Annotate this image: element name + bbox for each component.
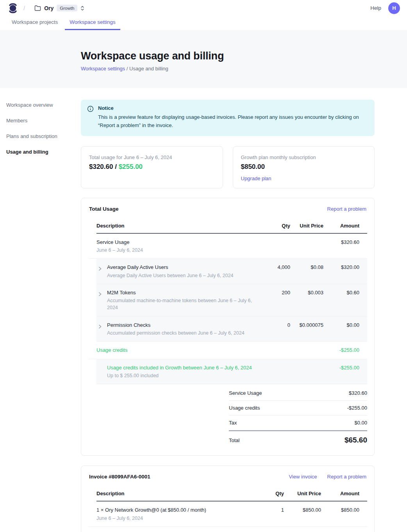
table-row: 1 × Ory Network Growth@0 (at $850.00 / m… bbox=[88, 502, 367, 527]
row-amount: $0.60 bbox=[323, 289, 359, 297]
usage-invoice-card: Total Usage Report a problem Description… bbox=[81, 198, 375, 456]
row-amount: $320.60 bbox=[323, 238, 359, 246]
usage-card-title: Total Usage bbox=[89, 206, 119, 212]
table-row: Usage credits -$255.00 bbox=[88, 342, 367, 359]
row-qty: 200 bbox=[259, 289, 290, 297]
breadcrumb-settings-link[interactable]: Workspace settings bbox=[81, 66, 125, 72]
row-amount: $850.00 bbox=[321, 506, 359, 514]
row-amount: -$255.00 bbox=[323, 364, 359, 372]
tab-workspace-projects[interactable]: Workspace projects bbox=[7, 16, 62, 30]
workspace-tabbar: Workspace projects Workspace settings bbox=[0, 16, 407, 30]
row-title: Permission Checks bbox=[107, 321, 245, 329]
row-unit-price: $0.000075 bbox=[290, 321, 323, 329]
topbar: / Ory Growth Help H bbox=[0, 0, 407, 16]
row-title: Average Daily Active Users bbox=[107, 263, 234, 271]
sidebar-item-workspace-overview[interactable]: Workspace overview bbox=[6, 102, 81, 108]
row-description: Usage credits bbox=[96, 346, 259, 354]
expand-chevron-icon[interactable] bbox=[96, 267, 104, 279]
row-description: Average Daily Active Users Average Daily… bbox=[96, 263, 259, 279]
main-column: Notice This is a preview feature for dis… bbox=[81, 88, 375, 532]
notice-content: Notice This is a preview feature for dis… bbox=[98, 105, 365, 130]
row-description: Usage credits included in Growth between… bbox=[96, 364, 259, 380]
total-usage-card: Total usage for June 6 – July 6, 2024 $3… bbox=[81, 146, 223, 188]
workspace-plan-badge: Growth bbox=[57, 5, 77, 11]
sidebar-item-usage-billing[interactable]: Usage and billing bbox=[6, 149, 81, 155]
view-invoice-link[interactable]: View invoice bbox=[289, 474, 317, 480]
expand-chevron-icon[interactable] bbox=[96, 292, 104, 312]
row-unit-price: $0.08 bbox=[290, 263, 323, 271]
page-title: Workspace usage and billing bbox=[81, 50, 407, 62]
row-title: M2M Tokens bbox=[107, 289, 259, 297]
row-qty: 1 bbox=[249, 506, 284, 514]
notice-body: This is a preview feature for displaying… bbox=[98, 113, 365, 130]
help-link[interactable]: Help bbox=[370, 5, 381, 11]
notice-banner: Notice This is a preview feature for dis… bbox=[81, 100, 375, 136]
invoice-card-header: Invoice #8099AFA6-0001 View invoice Repo… bbox=[81, 474, 374, 480]
expand-chevron-icon[interactable] bbox=[96, 324, 104, 337]
table-row: Average Daily Active Users Average Daily… bbox=[96, 259, 367, 284]
hero-banner: Workspace usage and billing Workspace se… bbox=[0, 30, 407, 88]
total-label: Total bbox=[229, 437, 239, 443]
summary-cards: Total usage for June 6 – July 6, 2024 $3… bbox=[81, 146, 375, 188]
plan-label: Growth plan monthly subscription bbox=[241, 154, 367, 160]
info-icon bbox=[87, 106, 94, 130]
summary-row: Usage credits -$255.00 bbox=[229, 401, 367, 416]
avatar[interactable]: H bbox=[388, 2, 400, 14]
row-amount: -$255.00 bbox=[323, 346, 359, 354]
table-row: Permission Checks Accumulated permission… bbox=[96, 317, 367, 342]
upgrade-plan-link[interactable]: Upgrade plan bbox=[241, 176, 271, 181]
row-description: Permission Checks Accumulated permission… bbox=[96, 321, 259, 337]
col-amount: Amount bbox=[321, 491, 359, 496]
usage-credit-value: $255.00 bbox=[119, 163, 143, 170]
invoice-links: View invoice Report a problem bbox=[289, 474, 366, 480]
folder-icon bbox=[34, 5, 41, 11]
ory-logo-icon[interactable] bbox=[8, 2, 18, 14]
summary-row: 1 × Ory Network Growth@0 (at $850.00 / m… bbox=[229, 528, 367, 532]
col-unit-price: Unit Price bbox=[290, 223, 323, 229]
col-qty: Qty bbox=[259, 223, 290, 229]
row-description: 1 × Ory Network Growth@0 (at $850.00 / m… bbox=[96, 506, 249, 522]
invoice-title: Invoice #8099AFA6-0001 bbox=[89, 474, 150, 480]
table-row: Usage credits included in Growth between… bbox=[96, 359, 367, 385]
summary-row: Service Usage $320.60 bbox=[229, 386, 367, 401]
total-usage-amount: $320.60 / $255.00 bbox=[89, 163, 215, 171]
usage-amount-value: $320.60 bbox=[89, 163, 113, 170]
col-unit-price: Unit Price bbox=[284, 491, 321, 496]
page: / Ory Growth Help H bbox=[0, 0, 407, 532]
chevron-spacer bbox=[96, 367, 104, 380]
usage-report-problem-link[interactable]: Report a problem bbox=[327, 206, 366, 212]
content-body: Workspace overview Members Plans and sub… bbox=[0, 88, 407, 532]
summary-label: Usage credits bbox=[229, 405, 260, 411]
summary-row: Tax $0.00 bbox=[229, 416, 367, 430]
notice-title: Notice bbox=[98, 105, 365, 111]
summary-label: Tax bbox=[229, 420, 237, 426]
usage-table: Description Qty Unit Price Amount Servic… bbox=[96, 219, 367, 385]
selector-icon bbox=[80, 5, 84, 11]
tab-workspace-settings[interactable]: Workspace settings bbox=[65, 16, 120, 30]
col-amount: Amount bbox=[323, 223, 359, 229]
plan-subscription-card: Growth plan monthly subscription $850.00… bbox=[233, 146, 375, 188]
row-subtitle: June 6 – July 6, 2024 bbox=[96, 515, 206, 522]
row-title: Usage credits included in Growth between… bbox=[107, 364, 252, 372]
invoice-report-problem-link[interactable]: Report a problem bbox=[327, 474, 366, 480]
usage-amount-separator: / bbox=[113, 163, 118, 170]
sidebar-item-plans-subscription[interactable]: Plans and subscription bbox=[6, 133, 81, 139]
row-subtitle: Up to $ 255.00 included bbox=[107, 372, 252, 379]
row-unit-price: $850.00 bbox=[284, 506, 321, 514]
summary-value: -$255.00 bbox=[347, 405, 367, 411]
topbar-left: / Ory Growth bbox=[8, 2, 84, 14]
total-usage-label: Total usage for June 6 – July 6, 2024 bbox=[89, 154, 215, 160]
sidebar-item-members[interactable]: Members bbox=[6, 118, 81, 124]
table-row: Service Usage June 6 – July 6, 2024 $320… bbox=[88, 234, 367, 259]
settings-sidebar: Workspace overview Members Plans and sub… bbox=[0, 88, 81, 532]
row-description: M2M Tokens Accumulated machine-to-machin… bbox=[96, 289, 259, 312]
invoice-table: Description Qty Unit Price Amount 1 × Or… bbox=[96, 487, 367, 527]
breadcrumb-current: / Usage and billing bbox=[125, 66, 168, 72]
invoice-card: Invoice #8099AFA6-0001 View invoice Repo… bbox=[81, 466, 375, 532]
workspace-switcher[interactable]: Ory Growth bbox=[34, 5, 84, 11]
col-description: Description bbox=[96, 491, 249, 496]
invoice-summary: 1 × Ory Network Growth@0 (at $850.00 / m… bbox=[229, 528, 367, 532]
invoice-table-header: Description Qty Unit Price Amount bbox=[96, 487, 367, 502]
summary-value: $320.60 bbox=[349, 390, 367, 396]
row-amount: $320.00 bbox=[323, 263, 359, 271]
